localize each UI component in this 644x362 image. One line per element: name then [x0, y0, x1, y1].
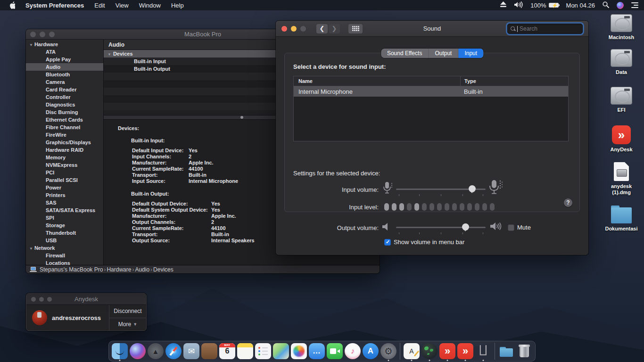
sidebar-item-firewall[interactable]: Firewall	[26, 252, 103, 259]
sidebar-item-sas[interactable]: SAS	[26, 199, 103, 206]
forward-button[interactable]: ❯	[329, 24, 340, 33]
desktop-icon-dokumentasi[interactable]: Dokumentasi	[600, 206, 643, 232]
sidebar-item-locations[interactable]: Locations	[26, 259, 103, 265]
dock-item-anydeskapp[interactable]: »	[456, 341, 474, 361]
mute-checkbox[interactable]	[508, 224, 514, 231]
dock-item-textedit[interactable]: A	[403, 341, 421, 361]
dock-item-sysprefs[interactable]: ⚙	[380, 341, 397, 361]
sidebar-item-power[interactable]: Power	[26, 184, 103, 191]
eject-icon[interactable]	[500, 1, 507, 9]
sidebar-item-hardware[interactable]: ▼Hardware	[26, 41, 103, 48]
sidebar-item-sata-sata-express[interactable]: SATA/SATA Express	[26, 206, 103, 214]
menu-edit[interactable]: Edit	[94, 2, 105, 9]
sidebar-item-graphics-displays[interactable]: Graphics/Displays	[26, 139, 103, 146]
mute-checkbox-row[interactable]: Mute	[508, 224, 531, 231]
more-button[interactable]: More▼	[109, 318, 146, 331]
menu-window[interactable]: Window	[139, 2, 161, 9]
sidebar-item-audio[interactable]: Audio	[26, 63, 103, 71]
minimize-button[interactable]	[291, 26, 297, 32]
sidebar-item-card-reader[interactable]: Card Reader	[26, 86, 103, 93]
desktop-icon-macintosh[interactable]: Macintosh	[600, 14, 643, 41]
volume-menu-icon[interactable]	[514, 1, 523, 9]
show-volume-checkbox-row[interactable]: Show volume in menu bar	[384, 239, 464, 246]
sidebar-item-ethernet-cards[interactable]: Ethernet Cards	[26, 116, 103, 123]
dock-item-reminders[interactable]	[254, 341, 272, 361]
sidebar-item-spi[interactable]: SPI	[26, 214, 103, 222]
dock-item-downloads[interactable]	[497, 341, 515, 361]
sidebar-item-bluetooth[interactable]: Bluetooth	[26, 71, 103, 78]
notification-center-icon[interactable]	[631, 2, 638, 8]
sidebar-item-parallel-scsi[interactable]: Parallel SCSI	[26, 176, 103, 184]
tab-sound-effects[interactable]: Sound Effects	[381, 49, 429, 58]
search-icon[interactable]	[603, 1, 609, 9]
column-type[interactable]: Type	[460, 76, 568, 86]
dock-item-contacts[interactable]	[200, 341, 218, 361]
sidebar-item-pci[interactable]: PCI	[26, 169, 103, 176]
dock-item-notes[interactable]	[236, 341, 254, 361]
back-button[interactable]: ❮	[316, 24, 328, 33]
sidebar-item-hardware-raid[interactable]: Hardware RAID	[26, 146, 103, 154]
battery-status[interactable]: 100% ⚡	[530, 2, 558, 9]
search-input[interactable]: Search	[507, 24, 583, 34]
sidebar-item-storage[interactable]: Storage	[26, 222, 103, 229]
dock-item-messages[interactable]: …	[308, 341, 326, 361]
dock-item-photos[interactable]	[290, 341, 308, 361]
dock-item-finder[interactable]	[111, 341, 129, 361]
disclosure-triangle-icon[interactable]: ▼	[29, 245, 33, 253]
close-button[interactable]	[281, 26, 287, 32]
dock-item-chiptool[interactable]: ∏	[474, 341, 492, 361]
sidebar-item-memory[interactable]: Memory	[26, 154, 103, 161]
dock-item-facetime[interactable]	[326, 341, 344, 361]
menu-clock[interactable]: Mon 04.26	[566, 2, 595, 9]
dock-item-anydeskapp[interactable]: »	[438, 341, 456, 361]
show-all-preferences-button[interactable]	[348, 24, 363, 33]
dock-item-calendar[interactable]: 6	[218, 341, 236, 361]
dock-item-globe[interactable]	[421, 341, 438, 361]
sidebar-item-printers[interactable]: Printers	[26, 191, 103, 199]
menu-help[interactable]: Help	[171, 2, 184, 9]
dock-item-appstore[interactable]: A	[362, 341, 380, 361]
disclosure-triangle-icon[interactable]: ▼	[107, 51, 111, 58]
menu-view[interactable]: View	[116, 2, 129, 9]
input-volume-thumb[interactable]	[469, 185, 476, 192]
breadcrumb-segment[interactable]: Audio	[135, 266, 149, 273]
disconnect-button[interactable]: Disconnect	[109, 305, 146, 318]
active-app-menu[interactable]: System Preferences	[25, 2, 84, 9]
desktop-icon-anydesk-1-dmg[interactable]: anydesk (1).dmg	[600, 162, 643, 196]
sidebar-item-camera[interactable]: Camera	[26, 78, 103, 86]
breadcrumb-segment[interactable]: Devices	[153, 266, 173, 273]
dock-item-itunes[interactable]: ♪	[344, 341, 362, 361]
desktop-icon-data[interactable]: Data	[600, 49, 643, 75]
sidebar-item-thunderbolt[interactable]: Thunderbolt	[26, 229, 103, 237]
sidebar-item-apple-pay[interactable]: Apple Pay	[26, 56, 103, 63]
sidebar-item-usb[interactable]: USB	[26, 237, 103, 244]
sidebar-item-nvmexpress[interactable]: NVMExpress	[26, 161, 103, 169]
apple-menu-icon[interactable]	[8, 1, 15, 9]
disclosure-triangle-icon[interactable]: ▼	[29, 41, 33, 49]
dock-item-safari[interactable]	[165, 341, 182, 361]
sound-titlebar[interactable]: ❮ ❯ Sound Search	[276, 21, 588, 37]
sidebar-item-firewire[interactable]: FireWire	[26, 131, 103, 139]
dock-item-maps[interactable]	[272, 341, 290, 361]
sidebar-item-diagnostics[interactable]: Diagnostics	[26, 101, 103, 108]
show-volume-checkbox[interactable]	[384, 239, 391, 246]
help-button[interactable]: ?	[564, 198, 572, 207]
sidebar-item-ata[interactable]: ATA	[26, 48, 103, 56]
table-row[interactable]: Internal MicrophoneBuilt-in	[294, 86, 568, 97]
desktop-icon-anydesk[interactable]: »AnyDesk	[600, 125, 643, 153]
zoom-button[interactable]	[300, 26, 306, 32]
output-volume-slider[interactable]	[396, 222, 486, 232]
column-name[interactable]: Name	[294, 76, 460, 86]
sidebar-item-network[interactable]: ▼Network	[26, 244, 103, 252]
siri-icon[interactable]	[617, 2, 624, 9]
input-volume-slider[interactable]	[396, 184, 486, 194]
desktop-icon-efi[interactable]: EFI	[600, 87, 643, 113]
breadcrumb-segment[interactable]: Hardware	[107, 266, 131, 273]
tab-output[interactable]: Output	[429, 49, 458, 58]
output-volume-thumb[interactable]	[462, 223, 469, 230]
dock-item-siri[interactable]	[129, 341, 147, 361]
dock-item-launchpad[interactable]: ▲	[147, 341, 165, 361]
sidebar-item-disc-burning[interactable]: Disc Burning	[26, 108, 103, 116]
sidebar-item-fibre-channel[interactable]: Fibre Channel	[26, 123, 103, 131]
anydesk-titlebar[interactable]: Anydesk	[26, 294, 146, 305]
